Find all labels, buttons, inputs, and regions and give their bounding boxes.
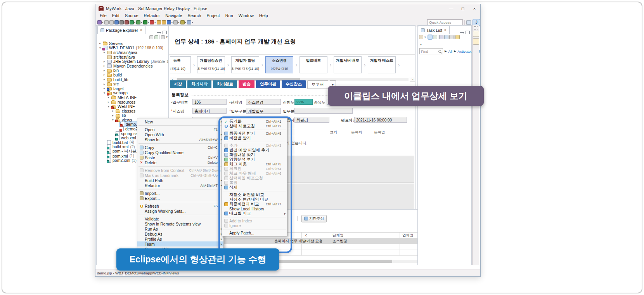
context-menu-item-export[interactable]: Export...	[137, 196, 223, 201]
context-menu-item-copy[interactable]: CopyCtrl+C	[137, 145, 223, 150]
action-button-수신참조[interactable]: 수신참조	[282, 80, 306, 88]
workflow-step-개발자-테스트[interactable]: 개발자 테스트	[368, 56, 396, 73]
form-field-요청자[interactable]: 최관리	[294, 117, 329, 123]
context-menu-item-validate[interactable]: Validate	[137, 216, 223, 221]
view-menu-icon[interactable]: ▾	[166, 35, 168, 39]
expand-icon[interactable]: ▸	[102, 82, 106, 86]
new-task-icon[interactable]	[419, 35, 423, 39]
expand-icon[interactable]: ▸	[102, 50, 106, 54]
collapse-icon[interactable]: ▾	[111, 118, 115, 121]
open-folder-icon[interactable]	[157, 19, 161, 26]
collapse-icon[interactable]: ▾	[98, 46, 102, 50]
menu-run[interactable]: Run	[223, 13, 236, 19]
context-menu-item-refresh[interactable]: RefreshF5	[137, 203, 223, 208]
form-field-완료예정일[interactable]: 2021-11-16 06:00:00	[354, 117, 407, 123]
context-menu-item-refactor[interactable]: RefactorAlt+Shift+T▸	[137, 183, 223, 188]
title-bar[interactable]: MyWork - Java - SoftManager Relay Displa…	[95, 4, 480, 13]
menu-navigate[interactable]: Navigate	[163, 13, 185, 19]
drag-handle-icon[interactable]	[474, 26, 478, 30]
link-all[interactable]: All	[448, 49, 452, 54]
tree-item-webapp[interactable]: ▾webapp	[97, 91, 168, 95]
save-all-icon[interactable]	[109, 19, 114, 26]
forward-icon[interactable]: ▾	[187, 19, 193, 26]
context-menu-item-new[interactable]: New▸	[137, 119, 223, 124]
tree-item-target[interactable]: ▸target	[97, 86, 168, 91]
close-icon[interactable]: ×	[140, 28, 142, 32]
expand-icon[interactable]: ▸	[102, 87, 106, 90]
workflow-step-개발서버-배포[interactable]: 개발서버 배포	[334, 56, 362, 73]
context-menu-item-profile-as[interactable]: Profile As▸	[137, 236, 223, 241]
minimize-button[interactable]: —	[445, 4, 457, 13]
tree-item-build-lib[interactable]: ▸build_lib	[97, 77, 168, 82]
context-menu-item-open-with[interactable]: Open With▸	[137, 132, 223, 137]
context-menu-item-show-in-remote-systems-view[interactable]: Show in Remote Systems view	[137, 221, 223, 226]
run-icon[interactable]: ▾	[143, 19, 149, 26]
context-menu-item-run-as[interactable]: Run As▸	[137, 226, 223, 231]
action-button-처리완료[interactable]: 처리완료	[213, 80, 237, 88]
context-menu-item-show-in[interactable]: Show InAlt+Shift+W▸	[137, 137, 223, 142]
link-with-editor-icon[interactable]	[154, 35, 158, 39]
back-icon[interactable]: ▾	[180, 19, 187, 26]
context-menu-item-import[interactable]: Import...	[137, 191, 223, 196]
link-activate[interactable]: Activate...	[457, 49, 474, 54]
build-icon[interactable]	[125, 19, 129, 26]
stop-icon[interactable]: ▾	[150, 19, 156, 26]
team-submenu-item-태그별-비교[interactable]: 태그별 비교▸	[222, 211, 287, 216]
form-field-단계명[interactable]: 소스변경	[246, 99, 281, 105]
expand-icon[interactable]: ▸	[111, 109, 115, 113]
expand-icon[interactable]: ▸	[102, 60, 106, 63]
search-icon[interactable]: ▾	[167, 19, 173, 26]
expand-icon[interactable]: ▸	[98, 42, 102, 45]
tree-item-servers[interactable]: ▸Servers	[97, 41, 168, 46]
workflow-step-개발팀장승인[interactable]: 개발팀장승인최관리 팀장(11-10)	[197, 56, 225, 73]
context-menu-item-assign-working-sets[interactable]: Assign Working Sets...	[137, 208, 223, 213]
collapse-all-icon[interactable]	[149, 35, 153, 39]
java-perspective-button[interactable]: J	[473, 19, 480, 26]
form-field-업무번호[interactable]: 186	[192, 99, 227, 105]
context-menu-item-debug-as[interactable]: Debug As▸	[137, 231, 223, 236]
context-menu-item-delete[interactable]: ×DeleteDelete	[137, 160, 223, 165]
open-search-view-icon[interactable]	[473, 38, 479, 45]
menu-source[interactable]: Source	[122, 13, 141, 19]
expand-icon[interactable]: ▸	[102, 64, 106, 68]
tree-item-src-main-java[interactable]: ▸src/main/java	[97, 50, 168, 55]
tree-item-build[interactable]: ▸build	[97, 73, 168, 77]
minimize-panel-icon[interactable]	[157, 32, 161, 34]
filter-icon[interactable]	[444, 35, 448, 39]
context-menu-item-build-path[interactable]: Build Path▸	[137, 178, 223, 183]
workflow-step-소스변경[interactable]: 소스변경이개발 대리	[265, 56, 293, 73]
collapse-icon[interactable]: ▾	[107, 105, 111, 108]
expand-icon[interactable]: ▸	[107, 95, 111, 99]
form-field-업무구분[interactable]: 개발업무	[246, 108, 281, 114]
tree-item-resources[interactable]: ▸resources	[97, 100, 168, 104]
close-button[interactable]: ×	[469, 4, 480, 13]
maximize-panel-icon[interactable]	[466, 31, 470, 34]
save-icon[interactable]	[104, 19, 109, 26]
menu-edit[interactable]: Edit	[109, 13, 122, 19]
collapse-all-icon[interactable]	[449, 35, 454, 39]
quick-access-input[interactable]: Quick Access	[427, 19, 463, 26]
expand-icon[interactable]: ▸	[102, 73, 106, 76]
tab-package-explorer[interactable]: Package Explorer ×	[97, 26, 145, 34]
debug-icon[interactable]: ▾	[136, 19, 142, 26]
expand-icon[interactable]: ▶	[454, 50, 456, 53]
context-menu-item-copy-qualified-name[interactable]: Copy Qualified Name	[137, 150, 223, 155]
team-submenu-item-상태-새로고침[interactable]: 상태 새로고침Ctrl+Alt+2	[222, 124, 287, 128]
menu-refactor[interactable]: Refactor	[141, 13, 163, 19]
expand-icon[interactable]: ▸	[102, 78, 106, 81]
workflow-step-등록[interactable]: 등록팀장(11-10)	[170, 56, 191, 73]
form-field-진행도[interactable]: 22%	[294, 99, 313, 105]
team-submenu-item-apply-patch[interactable]: Apply Patch...	[222, 231, 287, 235]
filters-icon[interactable]	[161, 35, 165, 39]
tree-item-src-test-java[interactable]: src/test/java	[97, 55, 168, 59]
annotation-icon[interactable]: ▾	[173, 19, 180, 26]
restore-view-icon[interactable]	[473, 31, 479, 37]
console-icon[interactable]	[114, 19, 119, 26]
form-field-업무분류[interactable]	[294, 108, 353, 114]
collapse-icon[interactable]: ▾	[102, 91, 106, 95]
workflow-step-빌드배포[interactable]: 빌드배포	[299, 56, 327, 73]
open-perspective-icon[interactable]	[466, 20, 471, 25]
minimize-panel-icon[interactable]	[460, 32, 464, 34]
new-wizard-icon[interactable]: ▾	[97, 19, 104, 26]
action-button-저장[interactable]: 저장	[170, 80, 186, 88]
